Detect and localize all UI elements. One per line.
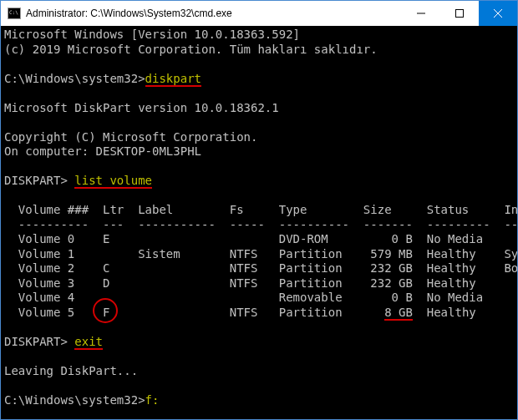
table-header: Volume ### Ltr Label Fs Type Size Status… — [4, 203, 517, 216]
winver-line: Microsoft Windows [Version 10.0.18363.59… — [4, 28, 300, 41]
diskpart-version: Microsoft DiskPart version 10.0.18362.1 — [4, 101, 279, 114]
table-row: Volume 0 E DVD-ROM 0 B No Media — [4, 232, 517, 245]
table-separator: ---------- --- ----------- ----- -------… — [4, 218, 517, 231]
close-button[interactable] — [479, 1, 517, 26]
diskpart-prompt: DISKPART> — [4, 174, 74, 187]
cmd-icon — [8, 8, 21, 19]
titlebar: Administrator: C:\Windows\System32\cmd.e… — [1, 1, 517, 26]
cmd-window: Administrator: C:\Windows\System32\cmd.e… — [0, 0, 518, 420]
annot-circle-F: F — [103, 306, 109, 321]
annot-underline-size: 8 GB — [384, 306, 413, 321]
table-row: Volume 1 Sistem NTFS Partition 579 MB He… — [4, 247, 517, 261]
table-row: Volume 3 D NTFS Partition 232 GB Healthy — [4, 276, 517, 290]
terminal-body[interactable]: Microsoft Windows [Version 10.0.18363.59… — [1, 26, 517, 419]
cmd-diskpart: diskpart — [145, 72, 201, 87]
minimize-button[interactable] — [402, 1, 440, 26]
diskpart-prompt: DISKPART> — [4, 335, 74, 348]
copyright-line: (c) 2019 Microsoft Corporation. Tüm hakl… — [4, 43, 378, 56]
cmd-exit: exit — [74, 335, 103, 350]
cmd-list-volume: list volume — [74, 174, 152, 189]
svg-rect-1 — [456, 10, 464, 18]
window-controls — [402, 1, 517, 26]
on-computer: On computer: DESKTOP-0ML3PHL — [4, 144, 201, 158]
table-row: Volume 4 Removable 0 B No Media — [4, 291, 517, 304]
cmd-f-drive: f: — [145, 393, 160, 407]
prompt: C:\Windows\system32> — [4, 72, 145, 85]
leaving-diskpart: Leaving DiskPart... — [4, 364, 138, 377]
diskpart-copyright: Copyright (C) Microsoft Corporation. — [4, 130, 257, 144]
minimize-icon — [417, 9, 425, 18]
prompt: C:\Windows\system32> — [4, 393, 145, 407]
close-icon — [494, 9, 502, 18]
maximize-icon — [455, 9, 464, 18]
table-row: Volume 5 F NTFS Partition 8 GB Healthy — [4, 306, 517, 319]
maximize-button[interactable] — [440, 1, 479, 26]
window-title: Administrator: C:\Windows\System32\cmd.e… — [26, 8, 402, 19]
table-row: Volume 2 C NTFS Partition 232 GB Healthy… — [4, 261, 517, 275]
